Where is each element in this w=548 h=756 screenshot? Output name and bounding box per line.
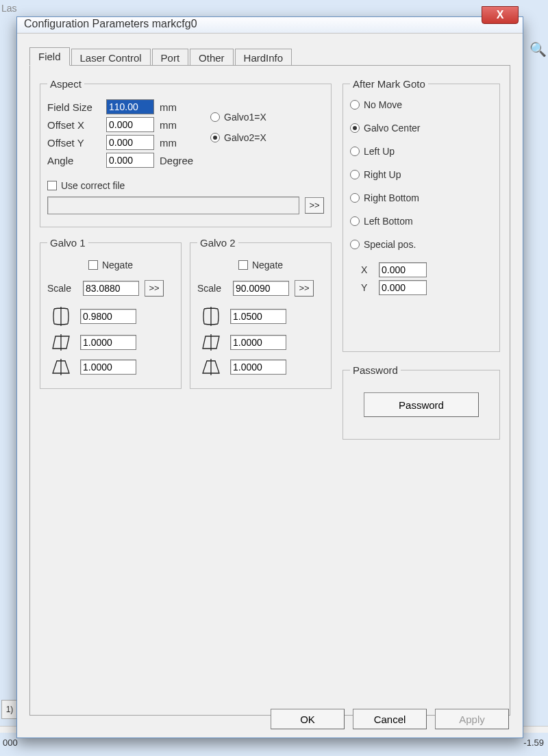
radio-special-pos-label: Special pos. bbox=[364, 239, 416, 250]
galvo1-parallelogram-input[interactable] bbox=[80, 335, 136, 350]
radio-galvo1x[interactable]: Galvo1=X bbox=[210, 112, 266, 123]
radio-dot bbox=[350, 240, 360, 249]
tab-bar: Field Laser Control Port Other HardInfo bbox=[29, 47, 510, 66]
galvo2-legend: Galvo 2 bbox=[197, 237, 238, 249]
field-size-label: Field Size bbox=[47, 101, 101, 113]
after-mark-goto-group: After Mark Goto No Move Galvo Center Lef… bbox=[342, 78, 500, 352]
tab-hardinfo[interactable]: HardInfo bbox=[235, 49, 292, 67]
bg-button: 1) bbox=[1, 700, 18, 719]
angle-label: Angle bbox=[47, 155, 101, 166]
radio-left-up-label: Left Up bbox=[364, 146, 395, 157]
goto-y-label: Y bbox=[361, 282, 373, 293]
radio-galvo2x-label: Galvo2=X bbox=[224, 132, 266, 143]
offset-y-unit: mm bbox=[160, 137, 198, 149]
radio-dot bbox=[350, 193, 360, 203]
radio-right-up-label: Right Up bbox=[364, 169, 401, 180]
tab-laser-control[interactable]: Laser Control bbox=[71, 49, 151, 67]
galvo1-negate-label: Negate bbox=[102, 260, 133, 270]
radio-galvo1x-label: Galvo1=X bbox=[224, 112, 266, 123]
radio-dot bbox=[350, 147, 360, 156]
bg-coord-left: 000 bbox=[3, 738, 18, 748]
radio-galvo-center[interactable]: Galvo Center bbox=[350, 123, 420, 134]
galvo2-negate-label: Negate bbox=[252, 260, 283, 270]
field-size-input[interactable] bbox=[106, 99, 154, 114]
radio-galvo2x[interactable]: Galvo2=X bbox=[210, 132, 266, 143]
goto-x-input[interactable] bbox=[379, 262, 427, 277]
dialog-title: Configuration Parameters markcfg0 bbox=[24, 18, 197, 29]
angle-unit: Degree bbox=[160, 155, 198, 166]
aspect-legend: Aspect bbox=[47, 78, 84, 90]
barrel-icon bbox=[197, 306, 225, 327]
galvo2-scale-input[interactable] bbox=[233, 281, 289, 296]
galvo1-legend: Galvo 1 bbox=[47, 237, 88, 249]
goto-legend: After Mark Goto bbox=[350, 78, 428, 90]
radio-dot bbox=[350, 100, 360, 110]
password-legend: Password bbox=[350, 364, 401, 376]
galvo2-trapezoid-input[interactable] bbox=[230, 360, 286, 375]
offset-y-label: Offset Y bbox=[47, 137, 101, 149]
galvo1-barrel-input[interactable] bbox=[80, 309, 136, 324]
radio-right-bottom-label: Right Bottom bbox=[364, 192, 419, 203]
radio-dot bbox=[350, 123, 360, 133]
password-group: Password Password bbox=[342, 364, 500, 440]
radio-left-bottom-label: Left Bottom bbox=[364, 216, 413, 227]
radio-dot bbox=[210, 112, 220, 122]
checkbox-box bbox=[47, 181, 57, 190]
galvo2-scale-browse-button[interactable]: >> bbox=[295, 280, 314, 297]
checkbox-box bbox=[238, 260, 248, 270]
radio-right-bottom[interactable]: Right Bottom bbox=[350, 192, 419, 203]
radio-no-move[interactable]: No Move bbox=[350, 99, 402, 110]
aspect-group: Aspect Field Size mm Offset X bbox=[40, 78, 332, 227]
ok-button[interactable]: OK bbox=[271, 709, 345, 729]
galvo2-parallelogram-input[interactable] bbox=[230, 335, 286, 350]
trapezoid-icon bbox=[47, 358, 75, 376]
radio-galvo-center-label: Galvo Center bbox=[364, 123, 420, 134]
use-correct-file-checkbox[interactable]: Use correct file bbox=[47, 180, 125, 191]
galvo2-negate-checkbox[interactable]: Negate bbox=[238, 260, 283, 270]
parallelogram-icon bbox=[197, 333, 225, 351]
tab-field[interactable]: Field bbox=[29, 47, 70, 66]
zoom-icon: 🔍 bbox=[530, 41, 547, 58]
bg-app-name: Las bbox=[1, 3, 17, 14]
offset-x-label: Offset X bbox=[47, 119, 101, 131]
apply-button[interactable]: Apply bbox=[435, 709, 509, 729]
radio-special-pos[interactable]: Special pos. bbox=[350, 239, 416, 250]
galvo1-scale-browse-button[interactable]: >> bbox=[145, 280, 164, 297]
cancel-button[interactable]: Cancel bbox=[353, 709, 427, 729]
barrel-icon bbox=[47, 306, 75, 327]
goto-x-label: X bbox=[361, 264, 373, 275]
galvo1-scale-label: Scale bbox=[47, 283, 77, 294]
galvo2-group: Galvo 2 Negate Scale >> bbox=[190, 237, 332, 389]
offset-y-input[interactable] bbox=[106, 135, 154, 150]
password-button[interactable]: Password bbox=[364, 392, 479, 417]
field-size-unit: mm bbox=[160, 101, 198, 113]
trapezoid-icon bbox=[197, 358, 225, 376]
radio-dot bbox=[350, 170, 360, 179]
parallelogram-icon bbox=[47, 333, 75, 351]
goto-y-input[interactable] bbox=[379, 280, 427, 295]
bg-coord-right: -1.59 bbox=[523, 738, 544, 748]
galvo1-negate-checkbox[interactable]: Negate bbox=[88, 260, 133, 270]
galvo1-scale-input[interactable] bbox=[83, 281, 139, 296]
radio-left-bottom[interactable]: Left Bottom bbox=[350, 216, 413, 227]
tab-other[interactable]: Other bbox=[190, 49, 234, 67]
checkbox-box bbox=[88, 260, 98, 270]
galvo1-trapezoid-input[interactable] bbox=[80, 360, 136, 375]
galvo2-scale-label: Scale bbox=[197, 283, 227, 294]
correct-file-path bbox=[47, 197, 299, 214]
tab-port[interactable]: Port bbox=[152, 49, 189, 67]
offset-x-unit: mm bbox=[160, 119, 198, 131]
radio-left-up[interactable]: Left Up bbox=[350, 146, 395, 157]
radio-no-move-label: No Move bbox=[364, 99, 402, 110]
close-button[interactable]: X bbox=[482, 6, 519, 24]
radio-right-up[interactable]: Right Up bbox=[350, 169, 401, 180]
radio-dot bbox=[210, 133, 220, 142]
radio-dot bbox=[350, 216, 360, 226]
galvo2-barrel-input[interactable] bbox=[230, 309, 286, 324]
offset-x-input[interactable] bbox=[106, 117, 154, 132]
angle-input[interactable] bbox=[106, 153, 154, 168]
use-correct-file-label: Use correct file bbox=[61, 180, 125, 191]
tab-panel-field: Aspect Field Size mm Offset X bbox=[29, 65, 510, 716]
browse-correct-file-button[interactable]: >> bbox=[305, 197, 324, 214]
config-dialog: Configuration Parameters markcfg0 X Fiel… bbox=[16, 16, 523, 738]
